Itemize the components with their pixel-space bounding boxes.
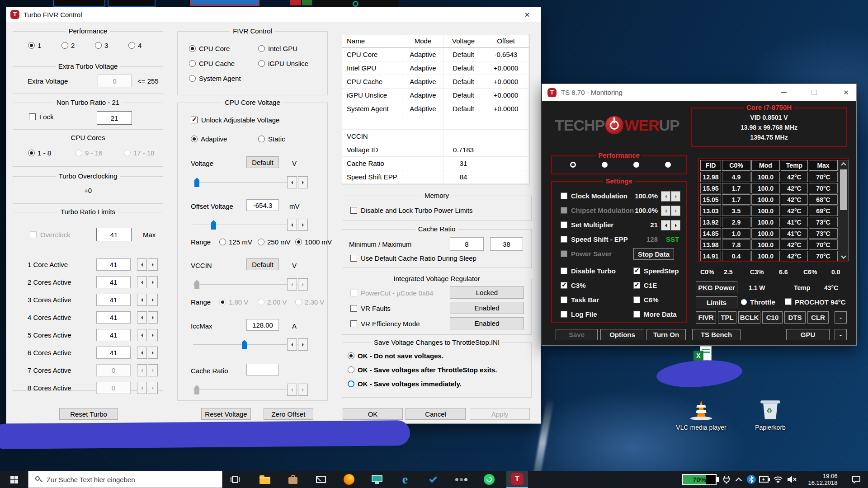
wifi-icon[interactable] (771, 471, 785, 488)
ratio-inc-button[interactable] (148, 382, 158, 394)
pkg-power-button[interactable]: PKG Power (696, 282, 737, 293)
table-scrollbar[interactable] (839, 160, 849, 261)
multiplier-inc-button[interactable] (671, 220, 680, 230)
igpu-unslice-radio[interactable] (258, 60, 265, 67)
cache-max-field[interactable]: 38 (490, 237, 523, 251)
overclock-checkbox[interactable] (30, 231, 37, 238)
non-turbo-ratio-field[interactable]: 21 (97, 111, 132, 125)
stop-data-button[interactable]: Stop Data (633, 248, 674, 260)
ratio-dec-button[interactable] (137, 347, 147, 359)
cores-17-18-radio[interactable] (124, 150, 131, 156)
task-bar-checkbox[interactable] (561, 296, 567, 303)
tpl-button[interactable]: TPL (718, 311, 736, 324)
firefox-icon[interactable] (338, 471, 360, 488)
performance-2-radio[interactable] (61, 42, 68, 49)
log-file-checkbox[interactable] (561, 311, 567, 318)
clock-modulation-checkbox[interactable] (561, 192, 567, 199)
cache-ratio-field[interactable] (246, 364, 279, 375)
check-app-icon[interactable] (422, 471, 444, 488)
multiplier-dec-button[interactable] (661, 220, 670, 230)
speedstep-checkbox[interactable] (633, 267, 640, 274)
profile-4-radio[interactable] (665, 162, 671, 168)
offset-right-button[interactable] (298, 219, 308, 231)
chipset-modulation-checkbox[interactable] (561, 207, 567, 214)
reset-voltage-button[interactable]: Reset Voltage (201, 408, 251, 420)
powercut-state-button[interactable]: Locked (450, 286, 524, 299)
limits-button[interactable]: Limits (696, 296, 737, 308)
battery-charging-icon[interactable] (758, 471, 771, 488)
ratio-row-field[interactable]: 0 (96, 382, 131, 394)
chipset-mod-inc-button[interactable] (671, 206, 680, 216)
cache-min-field[interactable]: 8 (450, 237, 484, 251)
whatsapp-icon[interactable] (478, 471, 500, 488)
range-1000mv-radio[interactable] (295, 239, 302, 245)
vr-efficiency-checkbox[interactable] (350, 320, 357, 327)
static-radio[interactable] (258, 136, 265, 142)
intel-gpu-radio[interactable] (258, 45, 265, 52)
fivr-titlebar[interactable]: T Turbo FIVR Control ✕ (6, 7, 541, 22)
bd-prochot-checkbox[interactable] (561, 282, 567, 289)
ratio-inc-button[interactable] (148, 276, 158, 288)
vr-efficiency-state-button[interactable]: Enabled (450, 317, 524, 329)
range-250mv-radio[interactable] (258, 239, 264, 245)
ratio-row-field[interactable]: 41 (96, 347, 131, 359)
gpu-button[interactable]: GPU (786, 329, 830, 340)
vccin-left-button[interactable] (287, 278, 297, 291)
non-turbo-lock-checkbox[interactable] (29, 113, 36, 120)
ratio-inc-button[interactable] (148, 347, 158, 359)
ratio-row-field[interactable]: 0 (96, 364, 131, 376)
volume-muted-icon[interactable] (785, 471, 799, 488)
vccin-right-button[interactable] (298, 278, 308, 291)
on-top-checkbox[interactable] (633, 296, 640, 303)
prochot-checkbox[interactable] (785, 298, 792, 305)
clock-mod-dec-button[interactable] (661, 191, 670, 202)
adaptive-radio[interactable] (191, 136, 198, 142)
range-180v-radio[interactable] (219, 299, 226, 305)
c1e-checkbox[interactable] (633, 282, 640, 289)
options-button[interactable]: Options (600, 329, 644, 340)
vr-faults-checkbox[interactable] (350, 305, 357, 312)
extra-voltage-field[interactable]: 0 (98, 75, 132, 87)
scroll-up-icon[interactable] (841, 162, 846, 167)
action-center-icon[interactable] (846, 471, 866, 488)
fivr-close-button[interactable]: ✕ (514, 7, 541, 22)
iccmax-slider[interactable] (193, 344, 302, 345)
ratio-dec-button[interactable] (137, 276, 147, 288)
cache-right-button[interactable] (298, 384, 308, 396)
save-none-radio[interactable] (348, 352, 354, 359)
task-view-button[interactable] (224, 471, 246, 488)
ratio-row-field[interactable]: 41 (96, 258, 131, 271)
store-icon[interactable] (282, 471, 304, 488)
iccmax-right-button[interactable] (298, 338, 308, 351)
ratio-dec-button[interactable] (137, 311, 147, 324)
system-agent-radio[interactable] (189, 75, 196, 82)
mail-icon[interactable] (310, 471, 332, 488)
unlock-adjustable-voltage-checkbox[interactable] (191, 117, 198, 123)
ratio-row-field[interactable]: 41 (96, 294, 131, 306)
cancel-button[interactable]: Cancel (406, 408, 466, 420)
ts-bench-button[interactable]: TS Bench (692, 329, 741, 340)
vccin-slider[interactable] (193, 284, 302, 285)
ratio-inc-button[interactable] (148, 364, 158, 376)
powercut-checkbox[interactable] (350, 290, 357, 296)
ratio-dec-button[interactable] (137, 382, 147, 394)
apply-button[interactable]: Apply (470, 408, 530, 420)
tray-chevron-up-icon[interactable] (732, 471, 745, 488)
monitoring-titlebar[interactable]: T TS 8.70 - Monitoring ✕ (542, 84, 856, 101)
sleep-cache-checkbox[interactable] (350, 255, 357, 262)
performance-4-radio[interactable] (128, 42, 135, 49)
offset-voltage-slider[interactable] (193, 225, 302, 225)
vccin-default-button[interactable]: Default (246, 258, 279, 270)
range-230v-radio[interactable] (295, 299, 302, 305)
voltage-slider[interactable] (193, 182, 302, 183)
ratio-row-field[interactable]: 41 (96, 311, 131, 324)
ratio-inc-button[interactable] (148, 311, 158, 324)
range-200v-radio[interactable] (258, 299, 264, 305)
scroll-thumb[interactable] (840, 169, 847, 210)
disable-turbo-checkbox[interactable] (561, 267, 567, 274)
ratio-row-field[interactable]: 41 (96, 276, 131, 288)
overclock-max-field[interactable]: 41 (96, 228, 132, 241)
tool-extra-button[interactable]: - (835, 311, 847, 324)
throttlestop-taskbar-icon[interactable]: T (506, 471, 528, 488)
remote-app-icon[interactable] (366, 471, 388, 488)
